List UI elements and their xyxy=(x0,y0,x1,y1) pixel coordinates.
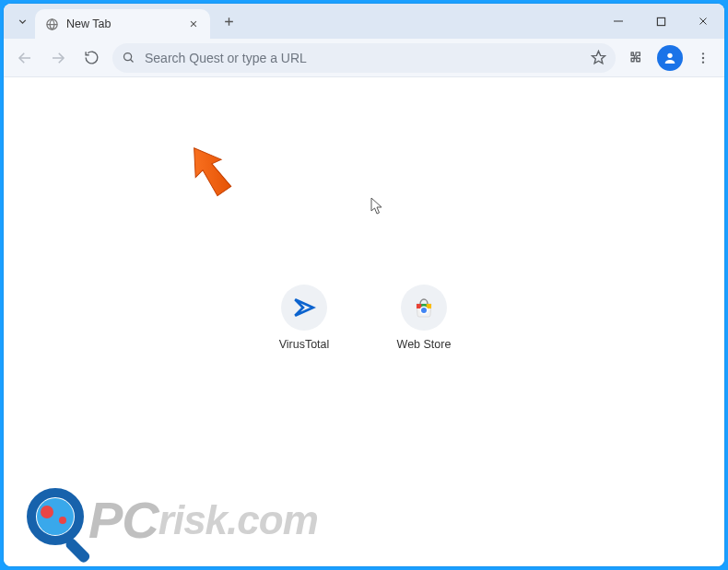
svg-point-27 xyxy=(59,517,66,524)
svg-point-25 xyxy=(37,498,74,535)
virustotal-icon xyxy=(292,296,316,320)
toolbar xyxy=(4,39,724,77)
shortcut-grid: VirusTotal Web Store xyxy=(267,285,461,351)
svg-point-11 xyxy=(124,53,132,61)
window-controls xyxy=(597,4,724,39)
svg-point-17 xyxy=(702,61,704,63)
magnifier-icon xyxy=(24,485,94,555)
profile-button[interactable] xyxy=(657,45,683,71)
kebab-icon xyxy=(696,51,710,65)
svg-point-14 xyxy=(667,52,672,57)
new-tab-button[interactable] xyxy=(216,8,241,34)
svg-point-26 xyxy=(41,506,53,518)
close-icon xyxy=(698,16,709,27)
tab-search-button[interactable] xyxy=(9,8,35,34)
watermark-text-secondary: risk.com xyxy=(159,497,318,542)
watermark: PCrisk.com xyxy=(24,485,318,555)
browser-window: New Tab xyxy=(4,4,724,566)
shortcut-bubble xyxy=(281,285,327,331)
maximize-icon xyxy=(656,17,666,27)
window-close-button[interactable] xyxy=(682,4,724,39)
star-icon xyxy=(591,50,606,65)
annotation-arrow-icon xyxy=(179,140,243,204)
bookmark-button[interactable] xyxy=(591,50,606,65)
globe-icon xyxy=(44,17,59,31)
browser-tab[interactable]: New Tab xyxy=(35,9,210,39)
reload-icon xyxy=(84,50,100,65)
omnibox[interactable] xyxy=(112,43,616,73)
minimize-button[interactable] xyxy=(597,4,640,39)
minimize-icon xyxy=(613,16,624,27)
svg-point-22 xyxy=(421,308,427,313)
svg-rect-28 xyxy=(65,537,92,564)
address-input[interactable] xyxy=(145,51,581,65)
person-icon xyxy=(663,51,677,65)
puzzle-icon xyxy=(629,50,645,65)
svg-line-12 xyxy=(131,60,134,63)
shortcut-virustotal[interactable]: VirusTotal xyxy=(267,285,341,351)
cursor-icon xyxy=(370,197,385,215)
svg-marker-13 xyxy=(592,51,605,63)
extensions-button[interactable] xyxy=(621,42,652,74)
watermark-text: PCrisk.com xyxy=(88,494,318,546)
arrow-left-icon xyxy=(17,50,33,66)
plus-icon xyxy=(223,16,235,28)
shortcut-label: VirusTotal xyxy=(279,338,330,351)
back-button[interactable] xyxy=(9,42,41,74)
shortcut-webstore[interactable]: Web Store xyxy=(387,285,461,351)
shortcut-label: Web Store xyxy=(397,338,452,351)
svg-marker-23 xyxy=(182,140,238,200)
search-icon xyxy=(122,51,135,64)
svg-rect-6 xyxy=(657,17,664,25)
tab-strip: New Tab xyxy=(4,4,724,39)
close-icon xyxy=(189,19,198,29)
forward-button[interactable] xyxy=(42,42,74,74)
shortcut-bubble xyxy=(401,285,447,331)
webstore-icon xyxy=(413,297,435,319)
reload-button[interactable] xyxy=(76,42,107,74)
svg-point-16 xyxy=(702,56,704,58)
maximize-button[interactable] xyxy=(640,4,682,39)
tab-close-button[interactable] xyxy=(186,17,201,31)
tab-title: New Tab xyxy=(66,17,179,30)
chevron-down-icon xyxy=(17,16,29,28)
svg-point-15 xyxy=(702,52,704,54)
new-tab-page: VirusTotal Web Store xyxy=(4,77,724,566)
menu-button[interactable] xyxy=(687,42,719,74)
arrow-right-icon xyxy=(50,50,66,66)
